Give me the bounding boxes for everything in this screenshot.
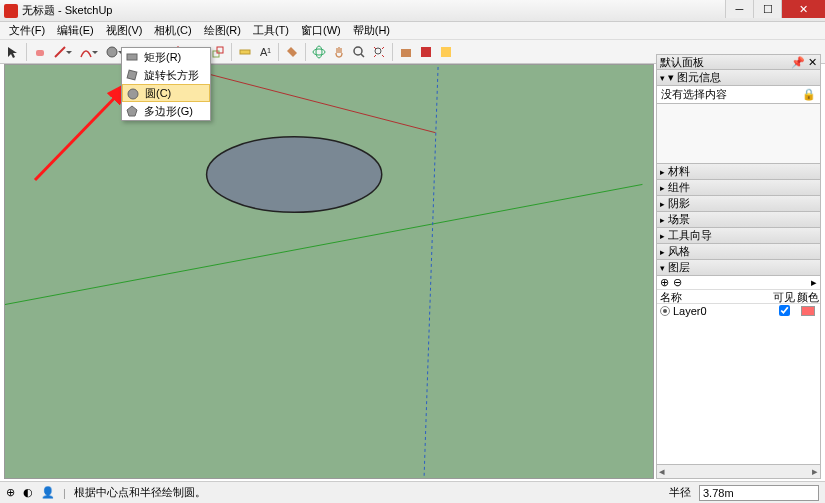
person-icon[interactable]: 👤 [41,486,55,499]
col-color[interactable]: 颜色 [796,290,820,303]
menu-draw[interactable]: 绘图(R) [199,22,246,39]
entity-info-text: 没有选择内容 [661,87,727,102]
svg-rect-6 [240,50,250,54]
section-scenes[interactable]: 场景 [656,212,821,228]
circle-icon [126,87,140,101]
section-label: 场景 [668,212,690,227]
menu-help[interactable]: 帮助(H) [348,22,395,39]
svg-point-10 [354,47,362,55]
section-layers[interactable]: 图层 [656,260,821,276]
warehouse-icon[interactable] [397,43,415,61]
measurement-label: 半径 [669,485,691,500]
eraser-tool[interactable] [31,43,49,61]
section-label: 组件 [668,180,690,195]
svg-rect-0 [36,50,44,56]
svg-rect-4 [213,51,219,57]
select-tool[interactable] [4,43,22,61]
layers-empty-area [657,318,820,464]
maximize-button[interactable]: ☐ [753,0,781,18]
separator [231,43,232,61]
layout-icon[interactable] [437,43,455,61]
tray-title[interactable]: 默认面板 📌 ✕ [656,54,821,70]
section-instructor[interactable]: 工具向导 [656,228,821,244]
menubar: 文件(F) 编辑(E) 视图(V) 相机(C) 绘图(R) 工具(T) 窗口(W… [0,22,825,40]
col-name[interactable]: 名称 [657,290,772,303]
add-layer-icon[interactable]: ⊕ [660,276,669,289]
layer-visible-checkbox[interactable] [779,305,790,316]
dropdown-rectangle[interactable]: 矩形(R) [122,48,210,66]
minimize-button[interactable]: ─ [725,0,753,18]
entity-info-body: 没有选择内容 🔒 [656,86,821,104]
layer-menu-icon[interactable]: ▸ [811,276,817,289]
rotated-rect-icon [125,68,139,82]
layer-row[interactable]: Layer0 [657,304,820,318]
scale-tool[interactable] [209,43,227,61]
entity-info-empty [656,104,821,164]
active-layer-radio[interactable] [660,306,670,316]
shape-tool[interactable] [103,43,121,61]
section-label: 工具向导 [668,228,712,243]
section-shadows[interactable]: 阴影 [656,196,821,212]
rectangle-icon [125,50,139,64]
menu-window[interactable]: 窗口(W) [296,22,346,39]
section-label: 阴影 [668,196,690,211]
dropdown-rotated-rect[interactable]: 旋转长方形 [122,66,210,84]
arc-tool[interactable] [77,43,95,61]
col-visible[interactable]: 可见 [772,290,796,303]
svg-point-9 [316,46,322,58]
section-materials[interactable]: 材料 [656,164,821,180]
dropdown-circle[interactable]: 圆(C) [122,84,210,102]
dropdown-label: 圆(C) [145,86,171,101]
section-components[interactable]: 组件 [656,180,821,196]
section-label: 风格 [668,244,690,259]
menu-tools[interactable]: 工具(T) [248,22,294,39]
svg-line-1 [55,47,65,57]
menu-file[interactable]: 文件(F) [4,22,50,39]
svg-rect-13 [401,49,411,57]
remove-layer-icon[interactable]: ⊖ [673,276,682,289]
extension-icon[interactable] [417,43,435,61]
tape-tool[interactable] [236,43,254,61]
separator [26,43,27,61]
window-controls: ─ ☐ ✕ [725,0,825,18]
layers-toolbar: ⊕ ⊖ ▸ [657,276,820,290]
dropdown-polygon[interactable]: 多边形(G) [122,102,210,120]
text-tool[interactable]: A¹ [256,43,274,61]
axis-blue [424,65,439,478]
layers-panel: ⊕ ⊖ ▸ 名称 可见 颜色 Layer0 [656,276,821,465]
measurement-input[interactable] [699,485,819,501]
window-title: 无标题 - SketchUp [22,3,112,18]
orbit-tool[interactable] [310,43,328,61]
scrollbar-horizontal[interactable]: ◂▸ [656,465,821,479]
svg-rect-5 [217,47,223,53]
viewport-3d[interactable] [4,64,654,479]
close-button[interactable]: ✕ [781,0,825,18]
layer-color-swatch[interactable] [801,306,815,316]
zoom-extents-tool[interactable] [370,43,388,61]
geo-icon[interactable]: ⊕ [6,486,15,499]
credits-icon[interactable]: ◐ [23,486,33,499]
svg-rect-18 [127,70,137,80]
entity-info-header[interactable]: ▾ 图元信息 [656,70,821,86]
svg-rect-15 [441,47,451,57]
section-styles[interactable]: 风格 [656,244,821,260]
statusbar: ⊕ ◐ 👤 | 根据中心点和半径绘制圆。 半径 [0,481,825,503]
menu-camera[interactable]: 相机(C) [149,22,196,39]
menu-edit[interactable]: 编辑(E) [52,22,99,39]
menu-view[interactable]: 视图(V) [101,22,148,39]
separator [278,43,279,61]
layers-header: 名称 可见 颜色 [657,290,820,304]
svg-rect-17 [127,54,137,60]
line-tool[interactable] [51,43,69,61]
zoom-tool[interactable] [350,43,368,61]
pan-tool[interactable] [330,43,348,61]
svg-line-11 [361,54,364,57]
circle-face [207,137,382,213]
dropdown-label: 矩形(R) [144,50,181,65]
lock-icon[interactable]: 🔒 [802,88,816,101]
svg-point-19 [128,89,138,99]
pin-icon[interactable]: 📌 ✕ [791,56,817,69]
separator [305,43,306,61]
paint-tool[interactable] [283,43,301,61]
titlebar: 无标题 - SketchUp ─ ☐ ✕ [0,0,825,22]
